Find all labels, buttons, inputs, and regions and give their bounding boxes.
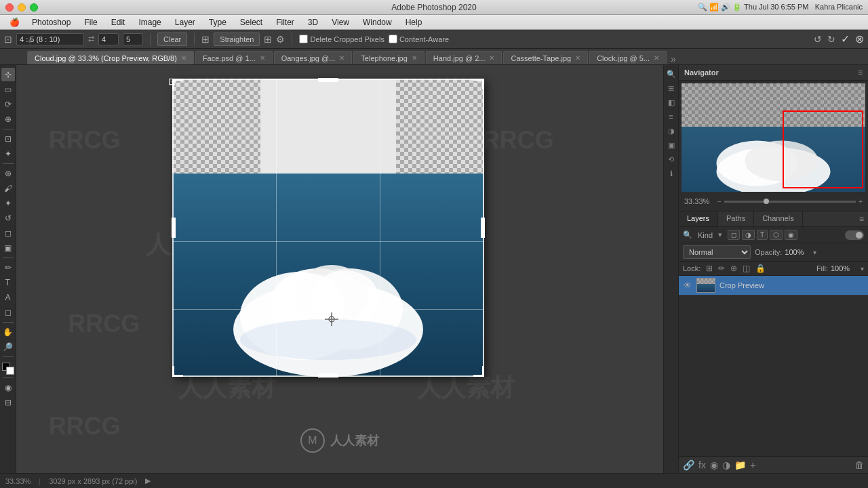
tab-close-clock[interactable]: ✕ bbox=[654, 54, 659, 62]
delete-cropped-checkbox[interactable] bbox=[299, 35, 308, 43]
zoom-slider[interactable] bbox=[724, 201, 856, 203]
tab-close-cassette[interactable]: ✕ bbox=[575, 54, 580, 62]
crop-handle-br[interactable] bbox=[473, 366, 484, 377]
blend-mode-select[interactable]: Normal bbox=[683, 245, 751, 259]
gradient-tool[interactable]: ▣ bbox=[1, 241, 15, 255]
shape-tool[interactable]: ◻ bbox=[1, 306, 15, 319]
opacity-dropdown-icon[interactable]: ▾ bbox=[813, 249, 816, 256]
pen-tool[interactable]: ✏ bbox=[1, 261, 15, 274]
status-arrow[interactable]: ▶ bbox=[145, 476, 151, 485]
kind-dropdown-icon[interactable]: ▾ bbox=[718, 230, 722, 239]
menu-type[interactable]: Type bbox=[203, 16, 232, 28]
filter-type-icon[interactable]: T bbox=[757, 230, 768, 240]
zoom-in-icon[interactable]: + bbox=[859, 198, 863, 205]
layer-item-crop-preview[interactable]: 👁 Crop Preview bbox=[679, 276, 868, 296]
tab-close-cloud[interactable]: ✕ bbox=[181, 54, 186, 62]
height-input[interactable] bbox=[123, 33, 143, 45]
lock-position-btn[interactable]: ⊕ bbox=[730, 264, 737, 273]
filter-pixel-icon[interactable]: ◻ bbox=[728, 230, 740, 240]
layer-delete-icon[interactable]: 🗑 bbox=[854, 460, 864, 470]
tab-cassette[interactable]: Cassette-Tape.jpg ✕ bbox=[503, 51, 588, 64]
layer-adjustment-icon[interactable]: ◑ bbox=[722, 460, 730, 470]
checkmark-icon[interactable]: ✓ bbox=[841, 33, 850, 45]
delete-cropped-label[interactable]: Delete Cropped Pixels bbox=[299, 35, 384, 43]
layer-group-icon[interactable]: 📁 bbox=[734, 460, 746, 470]
zoom-thumb[interactable] bbox=[764, 199, 769, 204]
navigator-options-icon[interactable]: ≡ bbox=[858, 68, 863, 77]
zoom-out-icon[interactable]: − bbox=[717, 198, 722, 205]
tab-close-telephone[interactable]: ✕ bbox=[412, 54, 417, 62]
rectangular-marquee-tool[interactable]: ▭ bbox=[1, 83, 15, 96]
menu-photoshop[interactable]: Photoshop bbox=[26, 16, 76, 28]
menu-edit[interactable]: Edit bbox=[106, 16, 131, 28]
clone-stamp-tool[interactable]: ✦ bbox=[1, 197, 15, 210]
lock-image-btn[interactable]: ✏ bbox=[718, 264, 725, 273]
quick-mask-tool[interactable]: ◉ bbox=[1, 381, 15, 394]
redo-icon[interactable]: ↻ bbox=[827, 34, 835, 45]
ratio-input[interactable] bbox=[16, 33, 84, 45]
canvas-area[interactable]: RRCG RRCG RRCG 人人素材 人人素材 RRCG RRCG 人人素材 … bbox=[16, 65, 663, 473]
tab-hand[interactable]: Hand.jpg @ 2... ✕ bbox=[426, 51, 502, 64]
tab-channels[interactable]: Channels bbox=[754, 211, 802, 226]
move-tool[interactable]: ⊹ bbox=[1, 68, 15, 81]
filter-adj-icon[interactable]: ◑ bbox=[742, 230, 755, 240]
tab-close-oranges[interactable]: ✕ bbox=[339, 54, 344, 62]
lock-artboard-btn[interactable]: ◫ bbox=[743, 264, 750, 273]
fill-value[interactable]: 100% bbox=[831, 264, 858, 272]
width-input[interactable] bbox=[98, 33, 119, 45]
content-aware-checkbox[interactable] bbox=[389, 35, 397, 43]
tab-telephone[interactable]: Telephone.jpg ✕ bbox=[353, 51, 425, 64]
close-button[interactable] bbox=[5, 3, 14, 12]
eraser-tool[interactable]: ◻ bbox=[1, 226, 15, 240]
healing-brush-tool[interactable]: ⊛ bbox=[1, 167, 15, 180]
layer-mask-icon[interactable]: ◉ bbox=[710, 460, 718, 470]
menu-window[interactable]: Window bbox=[357, 16, 397, 28]
screen-mode-tool[interactable]: ⊟ bbox=[1, 396, 15, 409]
panel-history-icon[interactable]: ⟲ bbox=[665, 153, 677, 165]
opacity-value[interactable]: 100% bbox=[785, 248, 810, 256]
quick-select-tool[interactable]: ⊕ bbox=[1, 113, 15, 126]
menu-layer[interactable]: Layer bbox=[170, 16, 201, 28]
panel-swatches-icon[interactable]: ▣ bbox=[665, 139, 677, 151]
tab-layers[interactable]: Layers bbox=[679, 211, 718, 226]
crop-tool[interactable]: ⊡ bbox=[1, 132, 15, 146]
cancel-crop-icon[interactable]: ⊗ bbox=[855, 33, 864, 45]
tab-cloud[interactable]: Cloud.jpg @ 33.3% (Crop Preview, RGB/8) … bbox=[27, 51, 194, 64]
minimize-button[interactable] bbox=[18, 3, 26, 12]
swap-icon[interactable]: ⇄ bbox=[88, 35, 94, 43]
history-brush-tool[interactable]: ↺ bbox=[1, 211, 15, 225]
panel-info-icon[interactable]: ℹ bbox=[665, 167, 677, 180]
eyedropper-tool[interactable]: ✦ bbox=[1, 147, 15, 161]
background-color[interactable] bbox=[6, 367, 14, 375]
filter-shape-icon[interactable]: ⬡ bbox=[770, 230, 783, 240]
apple-menu[interactable]: 🍎 bbox=[5, 16, 24, 28]
lasso-tool[interactable]: ⟳ bbox=[1, 98, 15, 111]
filter-smart-icon[interactable]: ◉ bbox=[785, 230, 797, 240]
tab-close-face[interactable]: ✕ bbox=[260, 54, 265, 62]
layer-visibility-icon[interactable]: 👁 bbox=[683, 281, 692, 290]
tabs-overflow-button[interactable]: » bbox=[671, 54, 676, 64]
crop-handle-tr[interactable] bbox=[473, 79, 484, 89]
menu-view[interactable]: View bbox=[326, 16, 355, 28]
tab-face[interactable]: Face.psd @ 1... ✕ bbox=[195, 51, 273, 64]
layer-style-icon[interactable]: fx bbox=[698, 460, 706, 470]
tab-oranges[interactable]: Oanges.jpg @... ✕ bbox=[274, 51, 353, 64]
layers-panel-options[interactable]: ≡ bbox=[855, 211, 868, 226]
panel-grid-icon[interactable]: ⊞ bbox=[665, 82, 677, 94]
color-swatches[interactable] bbox=[2, 363, 14, 375]
hand-tool[interactable]: ✋ bbox=[1, 325, 15, 339]
layer-new-icon[interactable]: + bbox=[750, 460, 755, 470]
panel-properties-icon[interactable]: ≡ bbox=[665, 110, 677, 123]
menu-3d[interactable]: 3D bbox=[302, 16, 323, 28]
menu-filter[interactable]: Filter bbox=[271, 16, 300, 28]
content-aware-label[interactable]: Content-Aware bbox=[389, 35, 449, 43]
panel-adjustments-icon[interactable]: ◑ bbox=[665, 125, 677, 137]
brush-tool[interactable]: 🖌 bbox=[1, 182, 15, 195]
tab-close-hand[interactable]: ✕ bbox=[489, 54, 494, 62]
filter-toggle[interactable] bbox=[845, 230, 864, 240]
menu-help[interactable]: Help bbox=[400, 16, 428, 28]
undo-icon[interactable]: ↺ bbox=[814, 34, 822, 45]
type-tool[interactable]: T bbox=[1, 276, 15, 289]
tab-paths[interactable]: Paths bbox=[718, 211, 754, 226]
tab-clock[interactable]: Clock.jpg @ 5... ✕ bbox=[589, 51, 667, 64]
